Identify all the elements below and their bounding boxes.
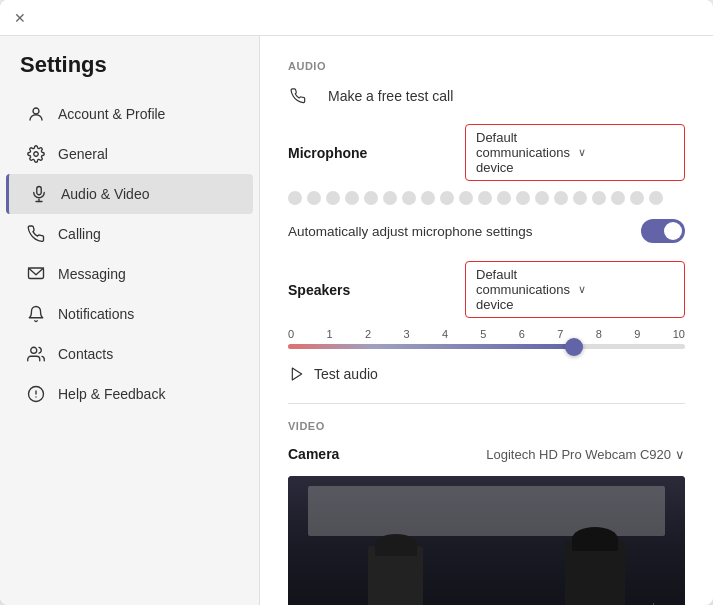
settings-window: ✕ Settings Account & Profile <box>0 0 713 605</box>
camera-preview-inner: wsxdn.com <box>288 476 685 605</box>
sidebar-audio-video-label: Audio & Video <box>61 186 149 202</box>
test-call-label: Make a free test call <box>328 88 453 104</box>
slider-label-2: 2 <box>365 328 371 340</box>
close-button[interactable]: ✕ <box>12 10 28 26</box>
speakers-dropdown[interactable]: Default communications device ∨ <box>465 261 685 318</box>
mic-dot-11 <box>478 191 492 205</box>
speaker-volume-fill <box>288 344 574 349</box>
section-divider <box>288 403 685 404</box>
sidebar-title: Settings <box>0 52 259 94</box>
people-icon <box>26 344 46 364</box>
gear-icon <box>26 144 46 164</box>
person-icon <box>26 104 46 124</box>
mic-dot-15 <box>554 191 568 205</box>
camera-preview: wsxdn.com <box>288 476 685 605</box>
microphone-label: Microphone <box>288 145 367 161</box>
speaker-volume-slider-row: 0 1 2 3 4 5 6 7 8 9 10 <box>288 328 685 349</box>
test-audio-label: Test audio <box>314 366 378 382</box>
slider-label-3: 3 <box>403 328 409 340</box>
title-bar: ✕ <box>0 0 713 36</box>
mic-dot-14 <box>535 191 549 205</box>
mic-dot-19 <box>630 191 644 205</box>
video-section-header: VIDEO <box>288 420 685 432</box>
slider-label-8: 8 <box>596 328 602 340</box>
sidebar-help-label: Help & Feedback <box>58 386 165 402</box>
svg-point-6 <box>31 347 37 353</box>
speaker-volume-thumb[interactable] <box>565 338 583 356</box>
sidebar-item-notifications[interactable]: Notifications <box>6 294 253 334</box>
microphone-device-value: Default communications device <box>476 130 572 175</box>
content-area: Settings Account & Profile <box>0 36 713 605</box>
slider-label-10: 10 <box>673 328 685 340</box>
mic-dot-13 <box>516 191 530 205</box>
audio-section-header: AUDIO <box>288 60 685 72</box>
slider-label-4: 4 <box>442 328 448 340</box>
mic-dot-6 <box>383 191 397 205</box>
auto-adjust-toggle[interactable] <box>641 219 685 243</box>
message-icon <box>26 264 46 284</box>
sidebar-contacts-label: Contacts <box>58 346 113 362</box>
camera-label: Camera <box>288 446 339 462</box>
sidebar-calling-label: Calling <box>58 226 101 242</box>
speakers-chevron-icon: ∨ <box>578 283 674 296</box>
mic-dot-17 <box>592 191 606 205</box>
mic-dot-2 <box>307 191 321 205</box>
mic-dot-1 <box>288 191 302 205</box>
camera-dropdown[interactable]: Logitech HD Pro Webcam C920 ∨ <box>486 447 685 462</box>
mic-dot-3 <box>326 191 340 205</box>
microphone-dropdown[interactable]: Default communications device ∨ <box>465 124 685 181</box>
svg-point-0 <box>33 108 39 114</box>
main-content: AUDIO Make a free test call Microphone D… <box>260 36 713 605</box>
mic-dot-18 <box>611 191 625 205</box>
mic-dot-5 <box>364 191 378 205</box>
slider-label-9: 9 <box>634 328 640 340</box>
microphone-icon <box>29 184 49 204</box>
slider-label-5: 5 <box>480 328 486 340</box>
mic-dot-8 <box>421 191 435 205</box>
test-call-row[interactable]: Make a free test call <box>288 86 685 106</box>
mic-dot-20 <box>649 191 663 205</box>
sidebar-item-audio-video[interactable]: Audio & Video <box>6 174 253 214</box>
sidebar-item-messaging[interactable]: Messaging <box>6 254 253 294</box>
microphone-row: Microphone Default communications device… <box>288 124 685 181</box>
speakers-row: Speakers Default communications device ∨ <box>288 261 685 318</box>
slider-label-6: 6 <box>519 328 525 340</box>
speaker-volume-track[interactable] <box>288 344 685 349</box>
svg-point-1 <box>34 152 39 157</box>
phone-handset-icon <box>288 86 308 106</box>
auto-adjust-row: Automatically adjust microphone settings <box>288 219 685 243</box>
mic-dot-12 <box>497 191 511 205</box>
svg-rect-2 <box>37 187 42 195</box>
camera-row: Camera Logitech HD Pro Webcam C920 ∨ <box>288 446 685 462</box>
microphone-level-indicator <box>288 191 685 205</box>
slider-label-0: 0 <box>288 328 294 340</box>
sidebar: Settings Account & Profile <box>0 36 260 605</box>
play-icon <box>288 365 306 383</box>
auto-adjust-label: Automatically adjust microphone settings <box>288 224 533 239</box>
slider-label-7: 7 <box>557 328 563 340</box>
slider-label-1: 1 <box>326 328 332 340</box>
sidebar-item-calling[interactable]: Calling <box>6 214 253 254</box>
sidebar-account-label: Account & Profile <box>58 106 165 122</box>
bell-icon <box>26 304 46 324</box>
phone-icon <box>26 224 46 244</box>
sidebar-item-account[interactable]: Account & Profile <box>6 94 253 134</box>
sidebar-messaging-label: Messaging <box>58 266 126 282</box>
svg-marker-10 <box>292 368 301 380</box>
mic-dot-16 <box>573 191 587 205</box>
microphone-chevron-icon: ∨ <box>578 146 674 159</box>
info-icon <box>26 384 46 404</box>
test-audio-row[interactable]: Test audio <box>288 365 685 383</box>
mic-dot-10 <box>459 191 473 205</box>
speakers-label: Speakers <box>288 282 350 298</box>
sidebar-item-contacts[interactable]: Contacts <box>6 334 253 374</box>
sidebar-item-help[interactable]: Help & Feedback <box>6 374 253 414</box>
camera-device-value: Logitech HD Pro Webcam C920 <box>486 447 671 462</box>
sidebar-item-general[interactable]: General <box>6 134 253 174</box>
camera-chevron-icon: ∨ <box>675 447 685 462</box>
mic-dot-9 <box>440 191 454 205</box>
mic-dot-7 <box>402 191 416 205</box>
slider-number-labels: 0 1 2 3 4 5 6 7 8 9 10 <box>288 328 685 340</box>
mic-dot-4 <box>345 191 359 205</box>
sidebar-general-label: General <box>58 146 108 162</box>
